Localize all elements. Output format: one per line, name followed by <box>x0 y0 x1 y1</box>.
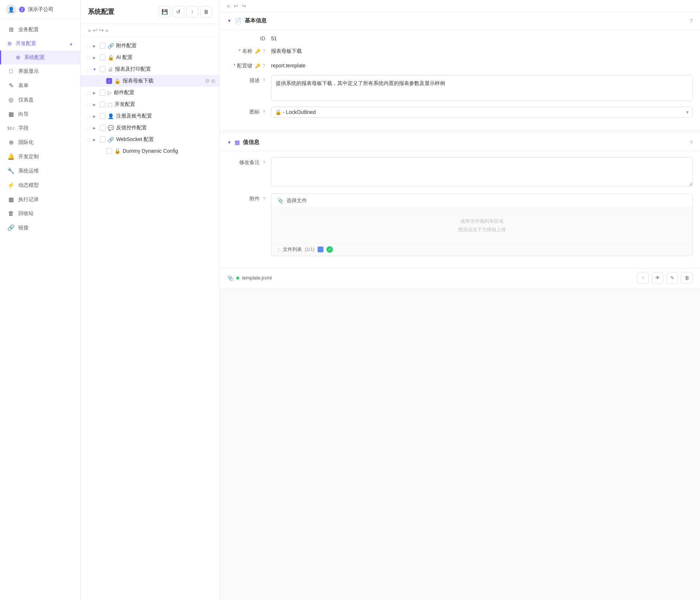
tree-upload-button[interactable]: ↑ <box>186 6 198 18</box>
tree-item-dummy-config[interactable]: ⋮⋮ ▶ 🔒 Dummy Dynamic Config <box>81 145 219 156</box>
modify-note-help-icon[interactable]: ? <box>263 160 265 165</box>
tree-item-feedback-config[interactable]: ⋮⋮ ▶ 💬 反馈控件配置 <box>81 122 219 134</box>
sidebar-item-sys-ops[interactable]: 🔧 系统运维 <box>0 164 80 178</box>
sidebar-label-business-config: 业务配置 <box>18 26 39 33</box>
tree-nav-first[interactable]: « <box>88 27 91 34</box>
sidebar-item-forms[interactable]: ✎ 表单 <box>0 78 80 93</box>
ai-config-icon: 🔒 <box>108 55 114 60</box>
section-value-info-header[interactable]: ▼ ▦ 值信息 ? <box>220 134 700 151</box>
icon-help-icon[interactable]: ? <box>263 110 265 115</box>
drop-text-line1: 或将文件拖到本区域 <box>277 217 686 225</box>
section-basic-info-header[interactable]: ▼ 📄 基本信息 ? <box>220 12 700 30</box>
dev-custom-icon: 🔔 <box>7 153 15 160</box>
checkbox-mail[interactable] <box>100 90 105 96</box>
expand-icon[interactable]: ▶ <box>92 125 97 131</box>
expand-icon[interactable]: ▼ <box>92 66 97 72</box>
tree-refresh-button[interactable]: ↺ <box>173 6 184 18</box>
section-body-value: 修改备注 ? 附件 ? � <box>220 151 700 268</box>
expand-icon[interactable]: ▶ <box>92 55 97 60</box>
drag-handle: ⋮⋮ <box>85 138 89 142</box>
icon-row: 图标 ? 🔒 - LockOutlined ▾ <box>227 107 693 118</box>
tree-delete-button[interactable]: 🗑 <box>200 6 212 18</box>
checkbox-dummy[interactable] <box>106 148 112 154</box>
choose-file-btn[interactable]: 📎 选择文件 <box>271 194 692 208</box>
modify-note-value[interactable] <box>271 157 693 188</box>
tree-nav-next[interactable]: ↪ <box>99 27 104 34</box>
check-indicator: ✓ <box>326 246 333 253</box>
tree-item-mail-config[interactable]: ⋮⋮ ▶ ▷ 邮件配置 <box>81 87 219 99</box>
sys-ops-icon: 🔧 <box>7 167 15 174</box>
checkbox-websocket[interactable] <box>100 137 105 142</box>
icon-select-value: 🔒 - LockOutlined <box>275 109 316 115</box>
file-delete-button[interactable]: 🗑 <box>681 272 693 284</box>
desc-help-icon[interactable]: ? <box>263 78 265 83</box>
checkbox-report-template[interactable]: ✓ <box>106 78 112 84</box>
sidebar-item-i18n[interactable]: ⊕ 国际化 <box>0 135 80 149</box>
sidebar-item-ui-display[interactable]: □ 界面显示 <box>0 64 80 78</box>
attachment-help-icon[interactable]: ? <box>263 196 265 201</box>
name-help-icon[interactable]: ? <box>263 49 265 54</box>
sidebar-label-ui-display: 界面显示 <box>18 68 39 75</box>
section-icon-basic: 📄 <box>234 17 242 24</box>
sidebar-item-dynamic-model[interactable]: ⚡ 动态模型 <box>0 178 80 192</box>
tree-save-button[interactable]: 💾 <box>159 6 170 18</box>
sidebar-item-fields[interactable]: Str. 字段 <box>0 121 80 135</box>
sidebar-item-dashboard[interactable]: ◎ 仪表盘 <box>0 93 80 107</box>
tree-item-ai-config[interactable]: ⋮⋮ ▶ 🔒 AI 配置 <box>81 52 219 63</box>
dummy-icon: 🔒 <box>114 148 121 154</box>
file-count: (1/1) <box>305 247 315 252</box>
attachment-area: 📎 选择文件 或将文件拖到本区域 然后点击下方按钮上传 ↑ 文件列表 (1/1) <box>271 193 693 256</box>
sidebar-item-system-config[interactable]: ⚙ 系统配置 <box>0 51 80 64</box>
tree-nav-last[interactable]: » <box>105 27 108 34</box>
detail-nav-next[interactable]: ↪ <box>242 3 246 9</box>
expand-icon[interactable]: ▶ <box>92 137 97 142</box>
sidebar-label-forms: 表单 <box>18 82 29 89</box>
tree-item-report-template[interactable]: ⋮⋮ ▶ ✓ 🔒 报表母板下载 ⚙ ⧉ <box>81 75 219 87</box>
id-value: 51 <box>271 36 277 41</box>
icon-value[interactable]: 🔒 - LockOutlined ▾ <box>271 107 693 118</box>
desc-label: 描述 ? <box>227 75 271 84</box>
help-icon-basic[interactable]: ? <box>690 18 693 24</box>
item-settings-icon[interactable]: ⚙ <box>205 78 210 84</box>
checkbox-feedback[interactable] <box>100 125 105 131</box>
expand-icon[interactable]: ▶ <box>92 113 97 119</box>
item-copy-icon[interactable]: ⧉ <box>211 78 215 84</box>
sidebar: 👤 2 演示子公司 ⊞ 业务配置 ⚙ 开发配置 ▲ ⚙ 系统配置 □ 界面显示 … <box>0 0 81 600</box>
file-upload-button[interactable]: ↑ <box>637 272 649 284</box>
checkbox-register[interactable] <box>100 113 105 119</box>
sidebar-item-dev-config[interactable]: ⚙ 开发配置 ▲ <box>0 37 80 51</box>
file-edit-button[interactable]: ✎ <box>666 272 678 284</box>
modify-note-input[interactable] <box>271 157 693 186</box>
tree-item-websocket-config[interactable]: ⋮⋮ ▶ 🔗 WebSocket 配置 <box>81 134 219 145</box>
tree-item-attachment-config[interactable]: ⋮⋮ ▶ 🔗 附件配置 <box>81 40 219 52</box>
expand-icon[interactable]: ▶ <box>92 90 97 96</box>
detail-nav-prev[interactable]: ↩ <box>234 3 238 9</box>
expand-icon[interactable]: ▶ <box>92 101 97 107</box>
icon-select[interactable]: 🔒 - LockOutlined ▾ <box>271 107 693 118</box>
checkbox-report-print[interactable] <box>100 66 105 72</box>
help-icon-value[interactable]: ? <box>690 140 693 145</box>
tree-item-report-print[interactable]: ⋮⋮ ▼ 🖨 报表及打印配置 <box>81 63 219 75</box>
config-key-help-icon[interactable]: ? <box>263 63 265 68</box>
detail-nav-first[interactable]: « <box>227 3 230 9</box>
name-row: * 名称 🔑 ? 报表母板下载 <box>227 46 693 55</box>
sidebar-item-exec-log[interactable]: ▦ 执行记录 <box>0 192 80 207</box>
sidebar-label-recycle: 回收站 <box>18 210 34 217</box>
drag-handle: ⋮⋮ <box>85 114 89 118</box>
register-icon: 👤 <box>108 113 114 119</box>
checkbox-ai[interactable] <box>100 55 105 60</box>
sidebar-item-links[interactable]: 🔗 链接 <box>0 221 80 235</box>
expand-icon[interactable]: ▶ <box>92 43 97 49</box>
tree-item-register-account[interactable]: ⋮⋮ ▶ 👤 注册及账号配置 <box>81 110 219 122</box>
file-preview-button[interactable]: 👁 <box>652 272 663 284</box>
tree-nav-prev[interactable]: ↩ <box>93 27 97 34</box>
sidebar-item-recycle[interactable]: 🗑 回收站 <box>0 207 80 221</box>
sidebar-item-business-config[interactable]: ⊞ 业务配置 <box>0 22 80 37</box>
choose-file-label: 选择文件 <box>286 197 307 204</box>
item-actions: ⚙ ⧉ <box>205 78 215 84</box>
sidebar-item-wizard[interactable]: ▦ 向导 <box>0 107 80 121</box>
checkbox-attachment[interactable] <box>100 43 105 49</box>
sidebar-item-dev-custom[interactable]: 🔔 开发定制 <box>0 149 80 164</box>
checkbox-dev-config[interactable] <box>100 101 105 107</box>
tree-item-dev-config-item[interactable]: ⋮⋮ ▶ ⬚ 开发配置 <box>81 99 219 110</box>
